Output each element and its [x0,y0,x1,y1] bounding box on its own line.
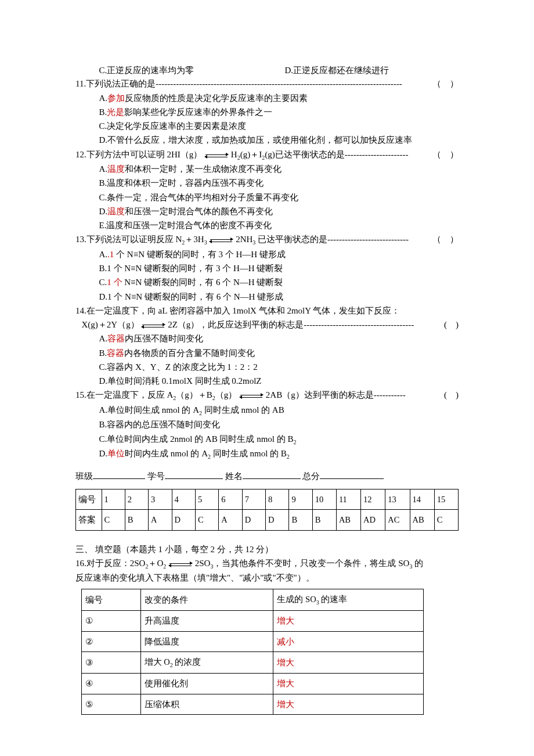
table-cell: D [266,510,289,530]
table-cell: AB [410,510,434,530]
q13-stem: 13.下列说法可以证明反应 N2＋3H3 2NH3 已达平衡状态的是------… [75,233,459,247]
table-cell: B [312,510,336,530]
row-num: ④ [82,674,141,694]
q11-stem-text: 11.下列说法正确的是 [75,79,156,88]
equilibrium-arrow-icon [209,237,233,243]
row-cond: 使用催化剂 [140,674,273,694]
table-cell: A [149,510,172,530]
table-cell: 3 [149,489,172,509]
cond-head-1: 编号 [82,589,141,610]
table-cell: 8 [266,489,289,509]
q12-opt-b: B.温度和体积一定时，容器内压强不再变化 [75,177,459,190]
q11-opt-c: C.决定化学反应速率的主要因素是浓度 [75,120,459,133]
table-cell: 15 [434,489,458,509]
table-cell: D [242,510,265,530]
q13-opt-c: C.1 个 N≡N 键断裂的同时，有 6 个 N—H 键断裂 [75,276,459,289]
table-cell: 13 [385,489,410,509]
equilibrium-arrow-icon [204,153,229,158]
q14-stem-1: 14.在一定温度下，向 aL 密闭容器中加入 1molX 气体和 2molY 气… [75,304,459,318]
cond-head-2: 改变的条件 [140,589,273,610]
table-cell: AC [385,510,410,530]
q16-line2: 反应速率的变化填入下表格里（填"增大"、"减小"或"不变"）。 [75,571,459,585]
table-cell: 7 [242,489,265,509]
q10-opt-d: D.正逆反应都还在继续进行 [285,64,389,77]
q12-stem: 12.下列方法中可以证明 2HI（g） H2(g)＋I2(g)已达平衡状态的是-… [75,148,459,163]
table-cell: AB [336,510,360,530]
table-row: ⑤压缩体积增大 [82,694,424,714]
q14-opt-d: D.单位时间消耗 0.1molX 同时生成 0.2molZ [75,375,459,388]
equilibrium-arrow-icon [168,561,193,567]
q10-options-cd: C.正逆反应的速率均为零 D.正逆反应都还在继续进行 [75,64,459,77]
row-effect: 增大 [273,674,424,694]
row-effect: 减小 [273,631,424,651]
q12-opt-d: D.温度和压强一定时混合气体的颜色不再变化 [75,205,459,218]
q14-tail: ( ) [441,318,459,332]
row-cond: 增大 O2 的浓度 [140,652,273,674]
table-cell: B [289,510,312,530]
q11-opt-b: B.光是影响某些化学反应速率的外界条件之一 [75,106,459,119]
row-num: ③ [82,652,141,674]
q15-stem: 15.在一定温度下，反应 A2（g）＋B2（g） 2AB（g）达到平衡的标志是-… [75,388,459,403]
q15-opt-b: B.容器内的总压强不随时间变化 [75,418,459,431]
q14-opt-c: C.容器内 X、Y、Z 的浓度之比为 1：2：2 [75,361,459,374]
table-cell: C [102,510,125,530]
row-num: ② [82,631,141,651]
table-cell: C [195,510,218,530]
table-cell: 9 [289,489,312,509]
q12-opt-e: E.温度和压强一定时混合气体的密度不再变化 [75,219,459,232]
q13-tail: （ ） [429,233,459,246]
q11-stem: 11.下列说法正确的是-----------------------------… [75,77,459,91]
q13-opt-d: D.1 个 N≡N 键断裂的同时，有 6 个 N—H 键形成 [75,290,459,304]
row-cond: 降低温度 [140,631,273,651]
table-cell: 14 [410,489,434,509]
student-info-row: 班级 学号 姓名 总分 [75,470,459,483]
table-row: ③增大 O2 的浓度增大 [82,652,424,674]
name-blank [243,470,301,479]
condition-table: 编号 改变的条件 生成的 SO3 的速率 ①升高温度增大②降低温度减小③增大 O… [81,589,424,715]
table-cell: 11 [336,489,360,509]
row-cond: 升高温度 [140,611,273,631]
q14-opt-a: A.容器内压强不随时间变化 [75,332,459,345]
q14-stem-2: X(g)＋2Y（g） 2Z（g），此反应达到平衡的标志是------------… [75,318,459,332]
table-cell: A [219,510,242,530]
q11-tail: （ ） [429,77,459,91]
table-cell: AD [361,510,385,530]
q13-opt-a: A..1 个 N≡N 键断裂的同时，有 3 个 H—H 键形成 [75,248,459,261]
table-cell: C [434,510,458,530]
table-cell: 答案 [76,510,102,530]
table-row: 答案CBADCADDBBABADACABC [76,510,459,530]
q13-opt-b: B.1 个 N≡N 键断裂的同时，有 3 个 H—H 键断裂 [75,262,459,275]
q15-opt-d: D.单位时间内生成 nmol 的 A2 同时生成 nmol 的 B2 [75,447,459,462]
q15-opt-a: A.单位时间生成 nmol 的 A2 同时生成 nmol 的 AB [75,404,459,418]
equilibrium-arrow-icon [141,323,165,328]
table-cell: 4 [172,489,195,509]
q12-opt-a: A.温度和体积一定时，某一生成物浓度不再变化 [75,163,459,176]
table-cell: 12 [361,489,385,509]
id-blank [165,470,223,479]
q15-opt-c: C.单位时间内生成 2nmol 的 AB 同时生成 nmol 的 B2 [75,433,459,447]
row-effect: 增大 [273,611,424,631]
row-num: ① [82,611,141,631]
table-cell: 6 [219,489,242,509]
table-cell: B [125,510,148,530]
table-cell: 5 [195,489,218,509]
row-cond: 压缩体积 [140,694,273,714]
table-cell: 2 [125,489,148,509]
table-row: ②降低温度减小 [82,631,424,651]
row-num: ⑤ [82,694,141,714]
table-cell: D [172,510,195,530]
table-row: ①升高温度增大 [82,611,424,631]
table-row: 编号123456789101112131415 [76,489,459,509]
row-effect: 增大 [273,694,424,714]
section-3-title: 三、 填空题（本题共 1 小题，每空 2 分，共 12 分） [75,543,459,556]
class-blank [93,470,145,479]
q15-tail: ( ) [441,388,459,402]
table-row: 编号 改变的条件 生成的 SO3 的速率 [82,589,424,610]
table-row: ④使用催化剂增大 [82,674,424,694]
cond-head-3: 生成的 SO3 的速率 [273,589,424,610]
table-cell: 编号 [76,489,102,509]
class-label: 班级 [75,471,93,481]
q12-tail: （ ） [429,148,459,161]
table-cell: 10 [312,489,336,509]
q14-opt-b: B.容器内各物质的百分含量不随时间变化 [75,347,459,360]
